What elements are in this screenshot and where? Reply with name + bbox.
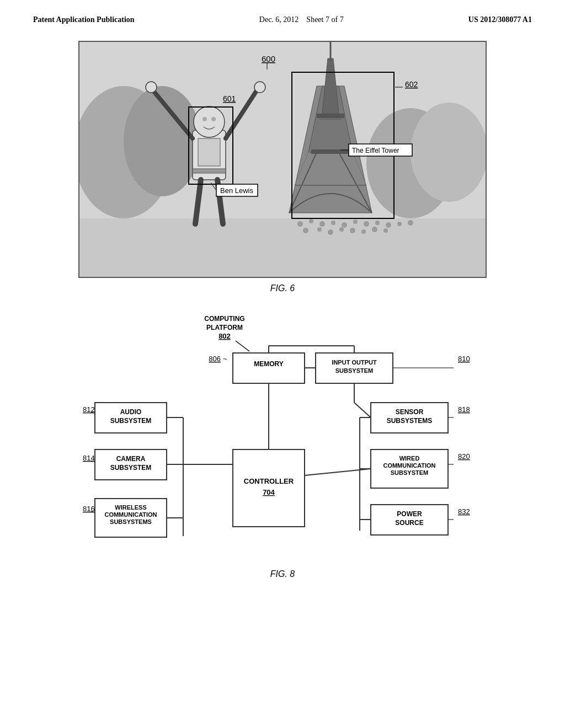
svg-text:WIRELESS: WIRELESS bbox=[115, 504, 146, 511]
svg-text:832: 832 bbox=[458, 507, 470, 516]
svg-text:COMMUNICATION: COMMUNICATION bbox=[104, 511, 157, 518]
svg-text:~: ~ bbox=[90, 408, 95, 416]
svg-text:POWER: POWER bbox=[397, 510, 422, 518]
svg-text:SUBSYSTEMS: SUBSYSTEMS bbox=[387, 417, 433, 425]
main-content: Ben Lewis The Eiffel Tower 600 601 602 F… bbox=[0, 30, 565, 601]
svg-text:602: 602 bbox=[405, 80, 418, 89]
svg-text:SENSOR: SENSOR bbox=[396, 408, 424, 416]
svg-point-40 bbox=[202, 117, 207, 121]
svg-text:WIRED: WIRED bbox=[399, 455, 420, 462]
svg-text:600: 600 bbox=[262, 54, 275, 63]
svg-point-15 bbox=[397, 222, 402, 226]
svg-text:820: 820 bbox=[458, 452, 470, 461]
svg-point-4 bbox=[411, 103, 487, 202]
svg-point-22 bbox=[361, 229, 366, 234]
svg-point-39 bbox=[194, 106, 225, 137]
svg-line-114 bbox=[354, 403, 371, 417]
header-center: Dec. 6, 2012 Sheet 7 of 7 bbox=[259, 15, 344, 24]
svg-text:SOURCE: SOURCE bbox=[395, 519, 423, 527]
svg-point-17 bbox=[303, 228, 308, 233]
svg-text:SUBSYSTEM: SUBSYSTEM bbox=[335, 367, 373, 374]
fig8-svg: COMPUTING PLATFORM 802 MEMORY 806 ~ INPU… bbox=[78, 304, 487, 575]
svg-text:COMMUNICATION: COMMUNICATION bbox=[383, 462, 435, 469]
fig8-diagram: COMPUTING PLATFORM 802 MEMORY 806 ~ INPU… bbox=[78, 304, 487, 575]
svg-line-120 bbox=[305, 469, 371, 475]
svg-point-9 bbox=[331, 221, 335, 225]
fig6-scene-svg: Ben Lewis The Eiffel Tower 600 601 602 bbox=[79, 42, 487, 278]
svg-point-12 bbox=[364, 221, 369, 227]
svg-line-66 bbox=[236, 341, 249, 351]
svg-text:810: 810 bbox=[458, 355, 470, 363]
svg-point-43 bbox=[146, 82, 157, 93]
svg-point-21 bbox=[350, 228, 355, 233]
svg-text:~: ~ bbox=[223, 355, 227, 363]
svg-rect-49 bbox=[193, 169, 226, 173]
svg-text:INPUT OUTPUT: INPUT OUTPUT bbox=[332, 359, 377, 366]
svg-point-7 bbox=[309, 219, 313, 223]
svg-rect-37 bbox=[317, 114, 344, 118]
fig6-caption: FIG. 6 bbox=[33, 283, 532, 293]
svg-point-23 bbox=[372, 227, 377, 232]
header-publication-label: Patent Application Publication bbox=[33, 15, 135, 24]
svg-point-14 bbox=[386, 222, 391, 228]
svg-point-16 bbox=[408, 220, 413, 226]
header-sheet: Sheet 7 of 7 bbox=[306, 15, 343, 24]
svg-point-24 bbox=[383, 228, 388, 233]
svg-text:SUBSYSTEMS: SUBSYSTEMS bbox=[110, 518, 152, 525]
svg-point-19 bbox=[328, 229, 333, 235]
svg-text:MEMORY: MEMORY bbox=[254, 360, 284, 368]
svg-text:The Eiffel Tower: The Eiffel Tower bbox=[352, 147, 399, 154]
svg-point-45 bbox=[254, 82, 265, 93]
svg-point-41 bbox=[211, 117, 216, 121]
svg-text:SUBSYSTEM: SUBSYSTEM bbox=[110, 464, 152, 472]
svg-rect-48 bbox=[198, 138, 220, 166]
header-date: Dec. 6, 2012 bbox=[259, 15, 299, 24]
svg-text:818: 818 bbox=[458, 405, 470, 414]
page-header: Patent Application Publication Dec. 6, 2… bbox=[0, 0, 565, 30]
svg-text:AUDIO: AUDIO bbox=[120, 408, 142, 416]
svg-point-18 bbox=[317, 227, 322, 232]
svg-text:704: 704 bbox=[263, 488, 275, 496]
svg-text:~: ~ bbox=[90, 457, 95, 465]
svg-text:COMPUTING: COMPUTING bbox=[204, 315, 244, 323]
svg-point-13 bbox=[375, 221, 380, 225]
svg-text:PLATFORM: PLATFORM bbox=[206, 324, 243, 331]
svg-text:SUBSYSTEM: SUBSYSTEM bbox=[391, 469, 428, 476]
fig6-image-container: Ben Lewis The Eiffel Tower 600 601 602 bbox=[78, 41, 487, 278]
svg-point-8 bbox=[319, 221, 325, 227]
header-patent-number: US 2012/308077 A1 bbox=[468, 15, 532, 24]
svg-text:CONTROLLER: CONTROLLER bbox=[244, 477, 294, 485]
svg-rect-67 bbox=[233, 353, 305, 383]
svg-point-11 bbox=[353, 220, 358, 224]
svg-point-6 bbox=[297, 221, 303, 227]
svg-point-20 bbox=[339, 227, 344, 232]
svg-text:SUBSYSTEM: SUBSYSTEM bbox=[110, 417, 152, 425]
svg-text:802: 802 bbox=[218, 332, 231, 340]
svg-text:CAMERA: CAMERA bbox=[116, 455, 146, 463]
svg-text:Ben Lewis: Ben Lewis bbox=[220, 186, 253, 195]
svg-point-10 bbox=[342, 222, 347, 228]
svg-text:806: 806 bbox=[209, 355, 221, 363]
svg-text:~: ~ bbox=[90, 507, 95, 516]
svg-rect-5 bbox=[79, 218, 487, 278]
svg-text:601: 601 bbox=[223, 94, 236, 103]
